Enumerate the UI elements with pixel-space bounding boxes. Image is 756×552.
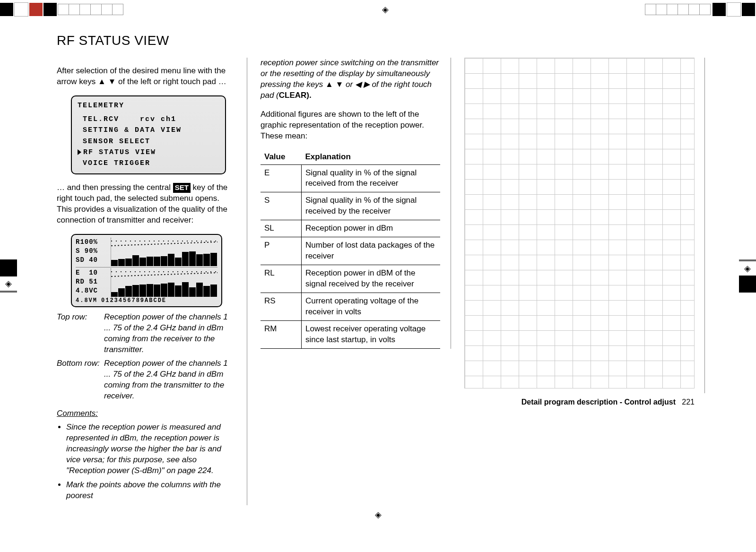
- table-row: SLReception power in dBm: [261, 220, 440, 237]
- column-3: Detail program description - Control adj…: [464, 58, 699, 407]
- telemetry-line-5: VOICE TRIGGER: [78, 158, 219, 169]
- graph-top-labels: R100% S 90% SD 40: [76, 238, 111, 266]
- arrow-left-right-icon: ◀ ▶: [355, 80, 370, 89]
- registration-mark-icon: ◈: [375, 509, 382, 520]
- registration-right: ◈: [739, 259, 756, 293]
- comment-1: Since the reception power is measured an…: [66, 422, 236, 476]
- comments-heading: Comments:: [57, 408, 236, 419]
- telemetry-line-1: TEL.RCV rcv ch1: [78, 114, 219, 125]
- col2-continuation: reception power since switching on the t…: [261, 58, 440, 101]
- top-row-term: Top row:: [57, 312, 104, 355]
- graph-top-bars: [111, 250, 217, 266]
- table-row: PNumber of lost data packages of the rec…: [261, 237, 440, 265]
- col2-after-clear: Additional figures are shown to the left…: [261, 109, 440, 142]
- rf-status-graph-screenshot: R100% S 90% SD 40 E 10 RD: [71, 234, 222, 307]
- value-explanation-table: Value Explanation ESignal quality in % o…: [261, 150, 440, 349]
- graph-bottom-half: E 10 RD 51 4.8VC: [76, 268, 217, 297]
- table-row: RSCurrent operating voltage of the recei…: [261, 293, 440, 320]
- bottom-row-definition: Bottom row: Reception power of the chann…: [57, 358, 236, 402]
- table-row: SSignal quality in % of the signal recei…: [261, 192, 440, 220]
- set-key-icon: SET: [173, 183, 191, 192]
- graph-bottom-bars: [111, 281, 217, 297]
- arrow-up-down-icon: ▲ ▼: [325, 80, 343, 89]
- telemetry-title: TELEMETRY: [78, 100, 219, 111]
- column-1: After selection of the desired menu line…: [57, 58, 247, 505]
- telemetry-line-2: SETTING & DATA VIEW: [78, 125, 219, 136]
- telemetry-menu-screenshot: TELEMETRY TEL.RCV rcv ch1 SETTING & DATA…: [71, 95, 226, 175]
- column-3-rule: [704, 58, 705, 393]
- top-row-definition: Top row: Reception power of the channels…: [57, 312, 236, 355]
- comments-list: Since the reception power is measured an…: [57, 422, 236, 502]
- table-row: ESignal quality in % of the signal recei…: [261, 164, 440, 192]
- printer-marks-bottom: ◈: [0, 505, 756, 524]
- printer-marks-top: ◈: [0, 0, 756, 19]
- bottom-row-term: Bottom row:: [57, 358, 104, 402]
- note-grid: [464, 58, 695, 388]
- graph-top-half: R100% S 90% SD 40: [76, 238, 217, 266]
- footer-label: Detail program description - Control adj…: [521, 398, 676, 406]
- page-footer: Detail program description - Control adj…: [464, 395, 695, 407]
- column-2: reception power since switching on the t…: [261, 58, 451, 349]
- page-number: 221: [682, 398, 695, 406]
- arrow-up-down-icon: ▲ ▼: [98, 77, 116, 86]
- registration-left: ◈: [0, 259, 17, 293]
- top-left-ornaments: [0, 2, 125, 17]
- table-row: RMLowest receiver operating voltage sinc…: [261, 320, 440, 348]
- selection-pointer-icon: [78, 149, 81, 155]
- graph-top-chart: [111, 238, 217, 266]
- section-title: RF STATUS VIEW: [57, 33, 699, 48]
- top-row-desc: Reception power of the channels 1 ... 75…: [104, 312, 236, 355]
- intro-paragraph: After selection of the desired menu line…: [57, 66, 236, 87]
- bottom-row-desc: Reception power of the channels 1 ... 75…: [104, 358, 236, 402]
- graph-bottom-chart: [111, 268, 217, 297]
- graph-bottom-labels: E 10 RD 51 4.8VC: [76, 268, 111, 297]
- telemetry-line-3: SENSOR SELECT: [78, 136, 219, 147]
- mid-paragraph: … and then pressing the central SET key …: [57, 182, 236, 226]
- top-right-ornaments: [645, 2, 756, 17]
- clear-label: CLEAR).: [279, 91, 312, 100]
- table-row: RLReception power in dBM of the signal r…: [261, 265, 440, 293]
- graph-axis: 4.8VM0123456789ABCDE: [76, 297, 217, 304]
- th-value: Value: [261, 150, 302, 164]
- telemetry-line-4-selected: RF STATUS VIEW: [78, 147, 219, 158]
- th-explanation: Explanation: [302, 150, 441, 164]
- comment-2: Mark the points above the columns with t…: [66, 480, 236, 501]
- registration-mark-icon: ◈: [382, 4, 389, 15]
